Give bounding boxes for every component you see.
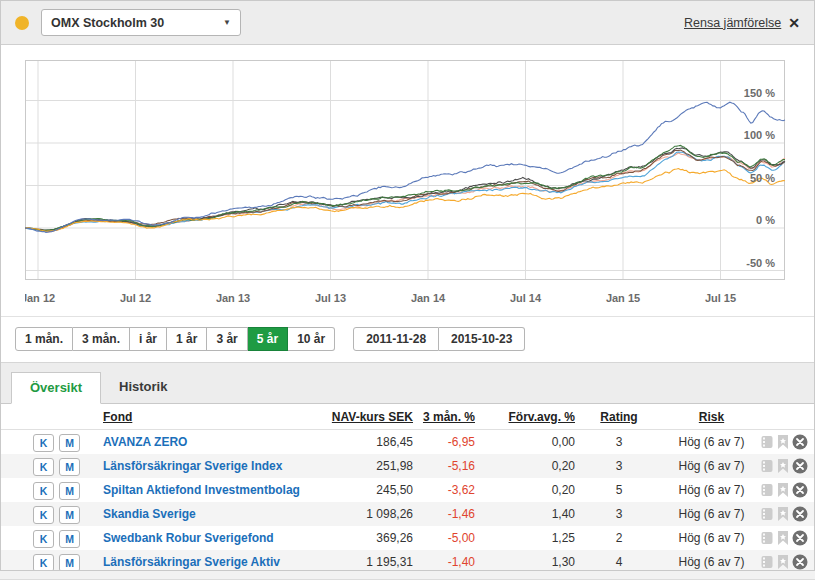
monthly-m-button[interactable]: M [59, 506, 80, 524]
comparison-header: OMX Stockholm 30 ▼ Rensa jämförelse ✕ [1, 1, 814, 45]
management-fee-value: 0,20 [475, 483, 575, 497]
fund-table-row: K M Spiltan Aktiefond Investmentbolag 24… [1, 478, 814, 502]
remove-icon[interactable] [792, 554, 808, 570]
monthly-m-button[interactable]: M [59, 458, 80, 476]
column-header-fond[interactable]: Fond [93, 410, 318, 424]
svg-text:Jul 14: Jul 14 [510, 292, 542, 304]
document-icon[interactable] [760, 531, 774, 545]
fund-name-link[interactable]: Swedbank Robur Sverigefond [93, 531, 318, 545]
management-fee-value: 0,00 [475, 435, 575, 449]
buy-k-button[interactable]: K [33, 434, 54, 452]
date-from-input[interactable]: 2011-11-28 [353, 327, 439, 351]
bookmark-icon[interactable] [777, 483, 789, 497]
svg-text:-50 %: -50 % [746, 257, 775, 269]
chevron-down-icon: ▼ [223, 18, 231, 27]
rating-value: 4 [575, 555, 663, 569]
close-icon: ✕ [788, 16, 800, 30]
svg-text:Jul 15: Jul 15 [705, 292, 736, 304]
clear-comparison-label: Rensa jämförelse [684, 16, 781, 30]
document-icon[interactable] [760, 483, 774, 497]
index-series-color-dot [15, 16, 29, 30]
buy-k-button[interactable]: K [33, 506, 54, 524]
period-button[interactable]: 3 år [207, 327, 247, 351]
period-button[interactable]: 1 mån. [15, 327, 73, 351]
svg-text:50 %: 50 % [750, 172, 775, 184]
column-header-3man[interactable]: 3 mån. % [413, 410, 475, 424]
monthly-m-button[interactable]: M [59, 554, 80, 571]
buy-k-button[interactable]: K [33, 482, 54, 500]
nav-value: 1 195,31 [318, 555, 413, 569]
period-button-group: 1 mån.3 mån.i år1 år3 år5 år10 år [15, 327, 335, 351]
date-range-group: 2011-11-28 2015-10-23 [353, 327, 525, 351]
svg-text:Jul 13: Jul 13 [315, 292, 346, 304]
column-header-nav[interactable]: NAV-kurs SEK [318, 410, 413, 424]
clear-comparison-link[interactable]: Rensa jämförelse ✕ [684, 16, 800, 30]
fund-name-link[interactable]: Skandia Sverige [93, 507, 318, 521]
column-header-forvavg[interactable]: Förv.avg. % [475, 410, 575, 424]
document-icon[interactable] [760, 459, 774, 473]
rating-value: 5 [575, 483, 663, 497]
tab-bar: Översikt Historik [1, 362, 814, 404]
svg-text:Jan 13: Jan 13 [216, 292, 250, 304]
monthly-m-button[interactable]: M [59, 434, 80, 452]
chart-area: 150 %100 %50 %0 %-50 %Jan 12Jul 12Jan 13… [1, 45, 814, 316]
next-section-edge [0, 579, 815, 583]
period-button[interactable]: 1 år [167, 327, 207, 351]
period-button[interactable]: 5 år [248, 327, 288, 351]
remove-icon[interactable] [792, 482, 808, 498]
risk-value: Hög (6 av 7) [663, 459, 760, 473]
remove-icon[interactable] [792, 458, 808, 474]
buy-k-button[interactable]: K [33, 458, 54, 476]
fund-table-body: K M AVANZA ZERO 186,45 -6,95 0,00 3 Hög … [1, 430, 814, 571]
3-month-change-value: -6,95 [413, 435, 475, 449]
bookmark-icon[interactable] [777, 555, 789, 569]
index-select-value: OMX Stockholm 30 [51, 16, 164, 30]
bookmark-icon[interactable] [777, 531, 789, 545]
svg-text:150 %: 150 % [744, 87, 775, 99]
nav-value: 186,45 [318, 435, 413, 449]
tab-historik[interactable]: Historik [101, 372, 185, 404]
fund-table-row: K M AVANZA ZERO 186,45 -6,95 0,00 3 Hög … [1, 430, 814, 454]
bookmark-icon[interactable] [777, 459, 789, 473]
fund-table-row: K M Skandia Sverige 1 098,26 -1,46 1,40 … [1, 502, 814, 526]
risk-value: Hög (6 av 7) [663, 483, 760, 497]
3-month-change-value: -5,00 [413, 531, 475, 545]
tab-oversikt[interactable]: Översikt [11, 372, 101, 404]
risk-value: Hög (6 av 7) [663, 507, 760, 521]
document-icon[interactable] [760, 435, 774, 449]
fund-name-link[interactable]: Länsförsäkringar Sverige Index [93, 459, 318, 473]
nav-value: 245,50 [318, 483, 413, 497]
column-header-risk[interactable]: Risk [663, 410, 760, 424]
rating-value: 2 [575, 531, 663, 545]
fund-table-header: Fond NAV-kurs SEK 3 mån. % Förv.avg. % R… [1, 404, 814, 430]
svg-text:Jan 12: Jan 12 [25, 292, 55, 304]
svg-text:Jul 12: Jul 12 [120, 292, 151, 304]
management-fee-value: 1,25 [475, 531, 575, 545]
remove-icon[interactable] [792, 434, 808, 450]
buy-k-button[interactable]: K [33, 554, 54, 571]
risk-value: Hög (6 av 7) [663, 555, 760, 569]
document-icon[interactable] [760, 507, 774, 521]
fund-name-link[interactable]: Spiltan Aktiefond Investmentbolag [93, 483, 318, 497]
bookmark-icon[interactable] [777, 435, 789, 449]
date-to-input[interactable]: 2015-10-23 [439, 327, 525, 351]
fund-table-row: K M Länsförsäkringar Sverige Aktiv 1 195… [1, 550, 814, 571]
svg-text:100 %: 100 % [744, 129, 775, 141]
fund-name-link[interactable]: AVANZA ZERO [93, 435, 318, 449]
management-fee-value: 1,30 [475, 555, 575, 569]
risk-value: Hög (6 av 7) [663, 531, 760, 545]
period-button[interactable]: i år [130, 327, 167, 351]
remove-icon[interactable] [792, 530, 808, 546]
period-button[interactable]: 10 år [288, 327, 335, 351]
fund-name-link[interactable]: Länsförsäkringar Sverige Aktiv [93, 555, 318, 569]
document-icon[interactable] [760, 555, 774, 569]
remove-icon[interactable] [792, 506, 808, 522]
buy-k-button[interactable]: K [33, 530, 54, 548]
bookmark-icon[interactable] [777, 507, 789, 521]
management-fee-value: 1,40 [475, 507, 575, 521]
period-button[interactable]: 3 mån. [73, 327, 130, 351]
monthly-m-button[interactable]: M [59, 482, 80, 500]
monthly-m-button[interactable]: M [59, 530, 80, 548]
index-select[interactable]: OMX Stockholm 30 ▼ [41, 9, 241, 36]
column-header-rating[interactable]: Rating [575, 410, 663, 424]
